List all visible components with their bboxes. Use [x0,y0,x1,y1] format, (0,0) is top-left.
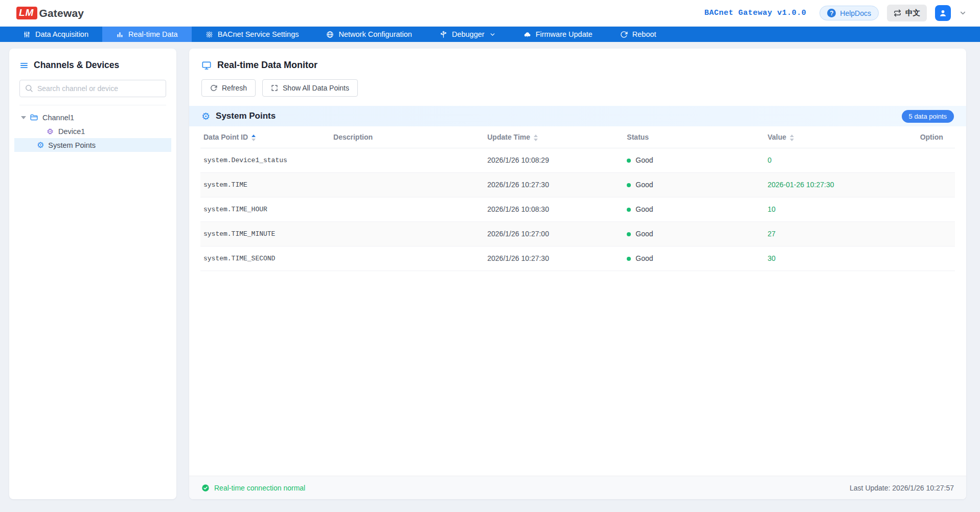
status-dot-icon [627,232,631,236]
cell-update-time: 2026/1/26 10:08:30 [484,197,624,221]
nav-label: Reboot [632,30,656,38]
gear-icon [206,31,213,38]
chevron-down-icon [489,31,496,38]
sidebar-title: Channels & Devices [34,60,119,71]
status-label: Good [635,254,653,262]
helpdocs-button[interactable]: ? HelpDocs [819,6,879,20]
nav-item-data-acquisition[interactable]: Data Acquisition [9,27,102,42]
column-header-description: Description [330,126,484,148]
cell-option [917,221,955,246]
status-label: Good [635,205,653,213]
column-header-option: Option [917,126,955,148]
cell-option [917,172,955,197]
cell-description [330,221,484,246]
nav-item-real-time-data[interactable]: Real-time Data [102,27,192,42]
gear-icon: ⚙ [201,112,210,121]
cell-datapoint-id: system.TIME_SECOND [200,246,330,271]
cell-status: Good [624,148,764,172]
nav-label: Real-time Data [128,30,178,38]
gear-icon: ⚙ [37,141,44,149]
cell-status: Good [624,246,764,271]
cell-value: 2026-01-26 10:27:30 [764,172,917,197]
cell-status: Good [624,172,764,197]
realtime-monitor-panel: Real-time Data Monitor Refresh Show All … [189,49,966,499]
cell-status: Good [624,221,764,246]
status-dot-icon [627,183,631,187]
show-all-data-points-button[interactable]: Show All Data Points [262,79,358,97]
tree-item-device1[interactable]: Device1 [19,124,166,138]
connection-status-label: Real-time connection normal [214,484,305,492]
nav-item-bacnet-service-settings[interactable]: BACnet Service Settings [192,27,313,42]
cell-option [917,148,955,172]
list-icon [19,61,29,70]
show-all-label: Show All Data Points [283,84,349,92]
expand-icon [271,84,278,92]
channels-devices-panel: Channels & Devices Channel1 Device1 [9,49,176,499]
page-body: Channels & Devices Channel1 Device1 [0,42,980,499]
data-points-count-badge: 5 data points [902,110,954,123]
nav-label: BACnet Service Settings [218,30,299,38]
refresh-button[interactable]: Refresh [201,79,256,97]
column-header-data-point-id[interactable]: Data Point ID [200,126,330,148]
column-header-status: Status [624,126,764,148]
device-search [19,80,166,105]
tree-item-system-points[interactable]: ⚙ System Points [14,138,171,152]
status-label: Good [635,230,653,238]
status-dot-icon [627,257,631,261]
cell-update-time: 2026/1/26 10:27:00 [484,221,624,246]
language-label: 中文 [905,8,920,18]
cell-value: 27 [764,221,917,246]
tree-item-channel1[interactable]: Channel1 [19,110,166,124]
table-row: system.Device1_status 2026/1/26 10:08:29… [200,148,955,172]
cell-option [917,197,955,221]
main-head: Real-time Data Monitor Refresh Show All … [189,49,966,106]
cell-description [330,197,484,221]
app-header: LM Gateway BACnet Gateway v1.0.0 ? HelpD… [0,0,980,27]
sliders-icon [23,31,31,38]
cell-datapoint-id: system.TIME_HOUR [200,197,330,221]
search-icon [25,84,33,95]
table-header-row: Data Point ID Description Update Time St… [200,126,955,148]
helpdocs-label: HelpDocs [840,9,871,17]
column-header-value[interactable]: Value [764,126,917,148]
globe-icon [326,31,334,38]
column-label: Value [767,133,786,141]
cell-update-time: 2026/1/26 10:27:30 [484,172,624,197]
user-menu-chevron[interactable] [959,9,967,17]
page-title: Real-time Data Monitor [217,60,317,71]
tree-item-label: Channel1 [42,114,74,122]
column-label: Option [920,133,943,141]
refresh-icon [210,84,217,92]
debug-branch-icon [440,31,447,38]
column-label: Description [333,133,373,141]
user-avatar[interactable] [935,5,951,21]
data-points-table: Data Point ID Description Update Time St… [189,126,966,271]
search-input[interactable] [19,80,166,97]
cell-status: Good [624,197,764,221]
status-label: Good [635,156,653,164]
column-label: Data Point ID [203,133,248,141]
column-label: Update Time [487,133,530,141]
cell-datapoint-id: system.TIME_MINUTE [200,221,330,246]
table-row: system.TIME_MINUTE 2026/1/26 10:27:00 Go… [200,221,955,246]
status-label: Good [635,181,653,189]
language-toggle-button[interactable]: 中文 [887,5,927,21]
device-tree: Channel1 Device1 ⚙ System Points [19,110,166,152]
nav-item-debugger[interactable]: Debugger [426,27,510,42]
logo-text: Gateway [39,7,84,19]
column-header-update-time[interactable]: Update Time [484,126,624,148]
nav-label: Network Configuration [338,30,412,38]
tree-item-label: Device1 [58,127,85,136]
nav-item-reboot[interactable]: Reboot [606,27,670,42]
sidebar-title-row: Channels & Devices [19,60,166,71]
nav-item-firmware-update[interactable]: Firmware Update [510,27,606,42]
nav-item-network-configuration[interactable]: Network Configuration [312,27,425,42]
table-row: system.TIME_SECOND 2026/1/26 10:27:30 Go… [200,246,955,271]
chip-icon [46,127,54,136]
swap-icon [894,9,901,17]
main-footer: Real-time connection normal Last Update:… [189,476,966,499]
cell-description [330,246,484,271]
caret-down-icon[interactable] [21,116,26,119]
section-title: System Points [216,111,276,121]
cell-value: 10 [764,197,917,221]
